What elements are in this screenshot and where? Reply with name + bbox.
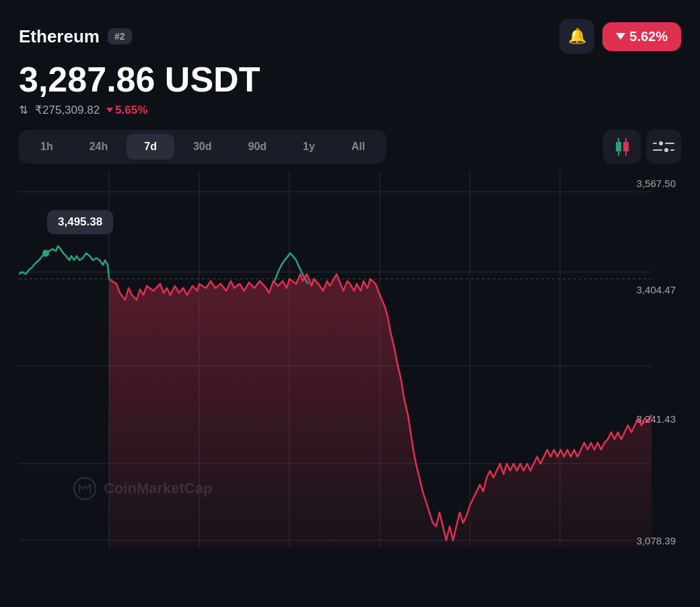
- chart-area: 3,567.50 3,404.47 3,241.43 3,078.39 3,49…: [19, 171, 681, 561]
- candlestick-icon: [616, 138, 629, 155]
- watermark: CoinMarketCap: [73, 476, 212, 501]
- filter-button[interactable]: [646, 129, 681, 164]
- price-chart: [19, 171, 681, 561]
- bell-button[interactable]: 🔔: [559, 19, 594, 54]
- tri-down-icon: [106, 108, 113, 112]
- bell-icon: 🔔: [568, 28, 586, 45]
- price-main: 3,287.86 USDT: [19, 61, 681, 99]
- svg-point-0: [74, 478, 96, 499]
- tab-1h[interactable]: 1h: [23, 134, 71, 159]
- price-label-mid-high: 3,404.47: [637, 284, 676, 295]
- chart-tooltip: 3,495.38: [47, 210, 113, 234]
- tab-all[interactable]: All: [334, 134, 382, 159]
- change-badge: 5.62%: [602, 22, 681, 51]
- tooltip-value: 3,495.38: [58, 215, 102, 228]
- tab-24h[interactable]: 24h: [72, 134, 126, 159]
- svg-point-13: [42, 250, 49, 256]
- change-percent: 5.62%: [629, 29, 668, 44]
- change-inr: 5.65%: [106, 104, 147, 117]
- tab-7d[interactable]: 7d: [127, 134, 174, 159]
- price-label-top: 3,567.50: [637, 178, 676, 189]
- tab-30d[interactable]: 30d: [176, 134, 230, 159]
- price-inr: ₹275,309.82: [35, 103, 100, 117]
- tab-90d[interactable]: 90d: [231, 134, 285, 159]
- time-tabs: 1h 24h 7d 30d 90d 1y All: [19, 130, 386, 164]
- swap-arrows-icon: ⇅: [19, 103, 28, 117]
- coin-name: Ethereum: [19, 26, 100, 47]
- change-inr-value: 5.65%: [115, 104, 147, 117]
- price-label-mid-low: 3,241.43: [637, 413, 676, 425]
- sliders-icon: [653, 141, 674, 152]
- tab-1y[interactable]: 1y: [285, 134, 332, 159]
- watermark-text: CoinMarketCap: [104, 480, 212, 497]
- rank-badge: #2: [108, 28, 132, 44]
- price-label-bottom: 3,078.39: [637, 535, 676, 546]
- chart-type-button[interactable]: [603, 129, 641, 164]
- down-arrow-icon: [616, 33, 625, 40]
